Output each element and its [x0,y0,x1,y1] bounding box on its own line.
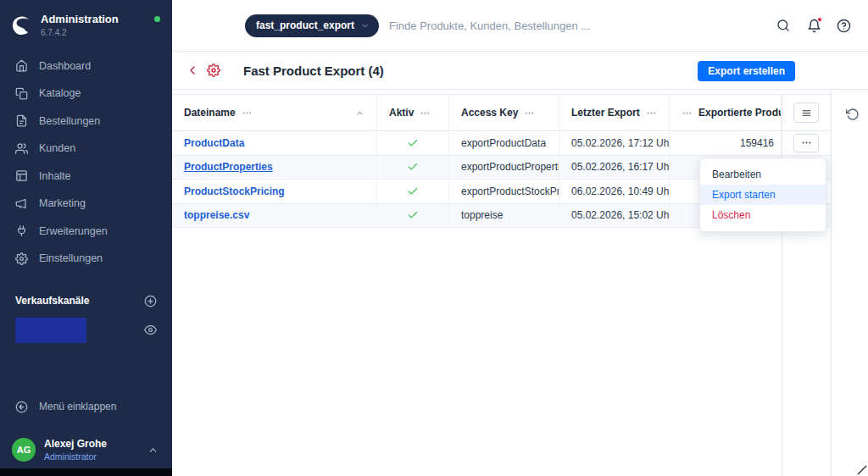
column-header-aktiv[interactable]: Aktiv [377,95,449,130]
search-icon[interactable] [776,19,790,32]
help-icon [837,19,851,33]
column-context-menu-icon[interactable] [242,108,253,119]
sidebar-item-label: Erweiterungen [39,225,108,237]
shopware-logo-icon [10,14,32,36]
column-context-menu-icon[interactable] [524,108,535,119]
collapse-icon [15,401,28,413]
file-link[interactable]: ProductProperties [184,161,273,173]
sidebar-item-label: Einstellungen [39,252,103,264]
sales-channel-item[interactable] [15,318,157,343]
row-context-menu: Bearbeiten Export starten Löschen [699,158,826,232]
check-icon [407,161,419,173]
back-button[interactable] [186,64,199,77]
cell-dateiname: ProductStockPricing [172,180,377,203]
global-search-input[interactable] [379,0,776,51]
grid-settings-cell [782,95,831,130]
context-menu-item-bearbeiten[interactable]: Bearbeiten [700,164,826,185]
smart-bar: Fast Product Export (4) Export erstellen [172,52,868,90]
cell-letzter-export: 05.02.2026, 17:12 Uhr [559,131,670,155]
sidebar-header: Administration 6.7.4.2 [0,0,172,44]
sidebar: Administration 6.7.4.2 Dashboard Katalog… [0,0,172,476]
cell-dateiname: ProductData [172,131,377,155]
create-export-button[interactable]: Export erstellen [698,61,795,81]
cell-letzter-export: 05.02.2026, 16:17 Uhr [559,156,670,180]
sales-channels-header: Verkaufskanäle [0,295,172,307]
column-label: Aktiv [389,107,414,119]
context-button-label: fast_product_export [256,19,354,31]
cell-aktiv [377,180,449,203]
file-link[interactable]: ProductData [184,137,244,149]
grid-refresh-button[interactable] [843,104,863,125]
topbar: fast_product_export [172,0,868,52]
column-header-dateiname[interactable]: Dateiname [172,95,377,130]
extensions-icon [15,224,28,237]
content-icon [15,169,28,182]
check-icon [407,209,419,221]
cell-access-key: toppreise [449,204,559,228]
sort-ascending-icon [355,108,364,118]
module-gear-icon [207,64,220,77]
collapse-label: Menü einklappen [39,401,116,412]
sidebar-item-marketing[interactable]: Marketing [0,190,172,218]
health-status-dot [154,16,160,22]
cell-letzter-export: 05.02.2026, 15:02 Uhr [559,204,670,228]
sidebar-item-dashboard[interactable]: Dashboard [0,53,172,80]
row-context-menu-button[interactable] [793,134,819,152]
sidebar-item-bestellungen[interactable]: Bestellungen [0,108,172,136]
sidebar-item-erweiterungen[interactable]: Erweiterungen [0,218,172,246]
cell-aktiv [377,204,449,228]
app-version: 6.7.4.2 [41,28,119,37]
cell-access-key: exportProductProperties [449,156,559,180]
window-resize-handle[interactable] [857,465,867,475]
cell-dateiname: toppreise.csv [172,204,377,228]
column-header-exportierte-produkte[interactable]: Exportierte Produkte [670,95,782,130]
add-sales-channel-button[interactable] [144,295,157,307]
help-button[interactable] [837,19,851,33]
cell-letzter-export: 06.02.2026, 10:49 Uhr [559,180,670,203]
sales-channels-label: Verkaufskanäle [15,295,89,307]
column-label: Dateiname [184,107,236,119]
user-menu[interactable]: AG Alexej Grohe Administrator [0,431,172,468]
notification-badge-dot [817,17,822,22]
column-label: Access Key [461,107,518,119]
search-type-context-button[interactable]: fast_product_export [245,14,379,37]
sidebar-item-label: Marketing [39,197,86,209]
column-context-menu-icon[interactable] [682,108,693,119]
grid-settings-button[interactable] [793,102,819,123]
user-name: Alexej Grohe [44,438,107,451]
file-link[interactable]: toppreise.csv [184,209,249,221]
page-title: Fast Product Export (4) [243,64,384,78]
avatar: AG [12,438,36,462]
cell-dateiname: ProductProperties [172,156,377,180]
collapse-menu-button[interactable]: Menü einklappen [0,396,172,417]
column-label: Letzter Export [571,107,640,119]
column-context-menu-icon[interactable] [646,108,657,119]
check-icon [407,137,419,149]
sidebar-item-label: Kunden [39,142,75,154]
sales-channel-name-redacted[interactable] [15,318,86,343]
hamburger-icon [801,108,812,119]
chevron-up-icon [147,445,159,456]
grid-header-row: Dateiname Aktiv Access Key Letzter Expor… [172,94,831,131]
sidebar-item-kataloge[interactable]: Kataloge [0,80,172,108]
app-title: Administration [41,13,119,26]
column-context-menu-icon[interactable] [420,108,431,119]
eye-icon[interactable] [144,324,157,336]
cell-access-key: exportProductData [449,131,559,155]
main-navigation: Dashboard Kataloge Bestellungen Kunden I… [0,53,172,273]
orders-icon [15,114,28,127]
sidebar-item-inhalte[interactable]: Inhalte [0,163,172,191]
customers-icon [15,142,28,155]
catalog-icon [15,87,28,100]
sidebar-item-label: Dashboard [39,60,91,72]
column-header-access-key[interactable]: Access Key [449,95,559,130]
notifications-button[interactable] [807,19,821,33]
file-link[interactable]: ProductStockPricing [184,185,285,197]
column-header-letzter-export[interactable]: Letzter Export [559,95,670,130]
sidebar-item-einstellungen[interactable]: Einstellungen [0,245,172,273]
context-menu-item-export-starten[interactable]: Export starten [700,185,826,205]
cell-actions [782,131,831,155]
sidebar-item-kunden[interactable]: Kunden [0,135,172,163]
context-menu-item-loeschen[interactable]: Löschen [700,205,826,225]
cell-exportierte-produkte: 159416 [670,131,782,155]
